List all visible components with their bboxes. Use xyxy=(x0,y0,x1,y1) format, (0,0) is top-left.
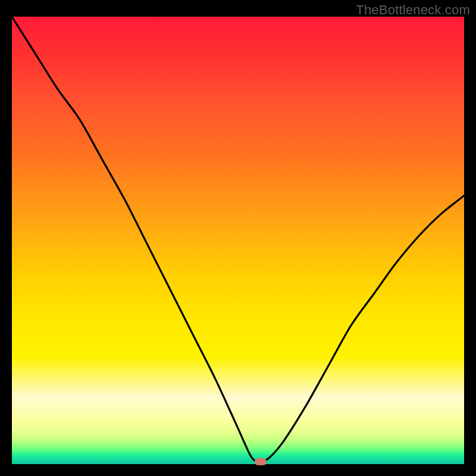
chart-frame: TheBottleneck.com xyxy=(0,0,476,476)
watermark-text: TheBottleneck.com xyxy=(356,2,470,18)
bottleneck-curve xyxy=(12,17,464,464)
bottleneck-min-marker xyxy=(255,458,267,465)
plot-area xyxy=(12,17,464,464)
